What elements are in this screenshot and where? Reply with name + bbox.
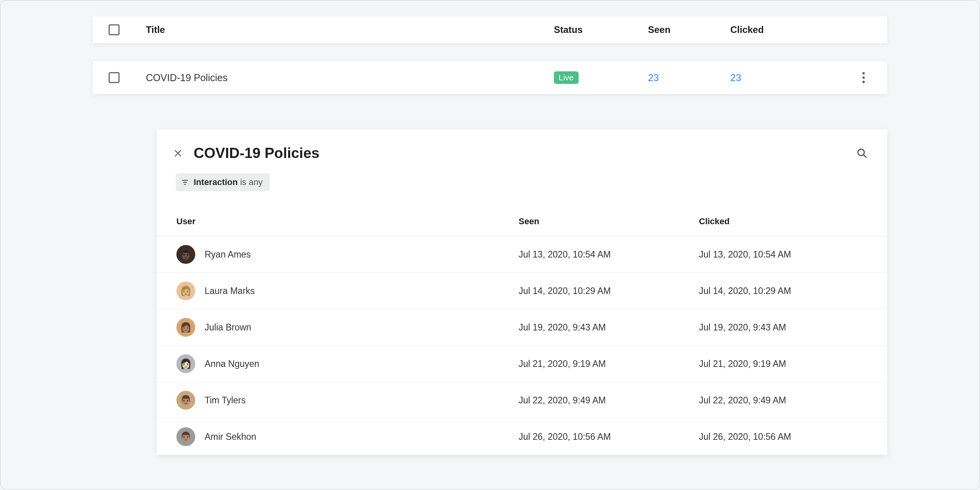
avatar: 👩🏽: [176, 318, 195, 337]
close-icon: [173, 149, 183, 158]
clicked-cell: Jul 22, 2020, 9:49 AM: [699, 395, 867, 406]
detail-row[interactable]: 👩🏽Julia BrownJul 19, 2020, 9:43 AMJul 19…: [157, 309, 887, 346]
header-seen: Seen: [648, 24, 730, 35]
detail-row[interactable]: 👨🏽Amir SekhonJul 26, 2020, 10:56 AMJul 2…: [157, 419, 887, 455]
clicked-count-link[interactable]: 23: [730, 72, 741, 83]
header-clicked: Clicked: [730, 24, 856, 35]
filter-value: is any: [240, 177, 262, 187]
header-status: Status: [554, 24, 648, 35]
detail-header-clicked: Clicked: [699, 216, 867, 227]
filter-chip[interactable]: Interaction is any: [176, 173, 270, 191]
row-more-button[interactable]: [858, 73, 869, 83]
header-title: Title: [146, 24, 554, 35]
filter-icon: [181, 178, 189, 186]
seen-cell: Jul 21, 2020, 9:19 AM: [519, 359, 699, 369]
seen-cell: Jul 19, 2020, 9:43 AM: [519, 322, 699, 333]
seen-cell: Jul 14, 2020, 10:29 AM: [519, 286, 699, 296]
clicked-cell: Jul 13, 2020, 10:54 AM: [699, 249, 867, 260]
user-name: Laura Marks: [205, 286, 255, 296]
user-name: Amir Sekhon: [205, 432, 256, 442]
clicked-cell: Jul 26, 2020, 10:56 AM: [699, 432, 867, 442]
filter-label: Interaction: [194, 177, 238, 187]
detail-row[interactable]: 👨🏿Ryan AmesJul 13, 2020, 10:54 AMJul 13,…: [157, 236, 887, 273]
row-checkbox[interactable]: [109, 72, 120, 83]
list-row[interactable]: COVID-19 Policies Live 23 23: [93, 61, 887, 94]
user-cell: 👨🏽Amir Sekhon: [176, 427, 519, 446]
seen-cell: Jul 26, 2020, 10:56 AM: [519, 432, 699, 442]
detail-header-seen: Seen: [519, 216, 699, 227]
user-cell: 👨🏽Tim Tylers: [176, 391, 519, 410]
search-icon: [857, 148, 867, 159]
detail-row[interactable]: 👨🏽Tim TylersJul 22, 2020, 9:49 AMJul 22,…: [157, 382, 887, 419]
detail-title: COVID-19 Policies: [194, 145, 857, 162]
detail-row[interactable]: 👩🏻Anna NguyenJul 21, 2020, 9:19 AMJul 21…: [157, 346, 887, 382]
detail-header: COVID-19 Policies: [157, 129, 887, 173]
user-cell: 👩🏻Anna Nguyen: [176, 354, 519, 373]
seen-cell: Jul 22, 2020, 9:49 AM: [519, 395, 699, 406]
detail-header-user: User: [176, 216, 519, 227]
svg-line-1: [864, 155, 866, 157]
avatar: 👨🏿: [176, 245, 195, 264]
select-all-checkbox[interactable]: [109, 24, 120, 35]
user-name: Tim Tylers: [205, 395, 246, 406]
row-title: COVID-19 Policies: [146, 72, 554, 83]
user-name: Julia Brown: [205, 322, 251, 333]
detail-table-header: User Seen Clicked: [157, 211, 887, 236]
close-button[interactable]: [173, 149, 183, 158]
more-vertical-icon: [862, 76, 865, 79]
avatar: 👨🏽: [176, 391, 195, 410]
user-name: Ryan Ames: [205, 249, 251, 260]
seen-count-link[interactable]: 23: [648, 72, 659, 83]
user-name: Anna Nguyen: [205, 359, 259, 369]
seen-cell: Jul 13, 2020, 10:54 AM: [519, 249, 699, 260]
clicked-cell: Jul 14, 2020, 10:29 AM: [699, 286, 867, 296]
user-cell: 👨🏿Ryan Ames: [176, 245, 519, 264]
user-cell: 👩🏽Julia Brown: [176, 318, 519, 337]
search-button[interactable]: [857, 148, 867, 159]
user-cell: 👩🏼Laura Marks: [176, 281, 519, 300]
avatar: 👩🏻: [176, 354, 195, 373]
list-header: Title Status Seen Clicked: [93, 16, 887, 43]
detail-row[interactable]: 👩🏼Laura MarksJul 14, 2020, 10:29 AMJul 1…: [157, 273, 887, 309]
detail-panel: COVID-19 Policies Interaction is any Use…: [157, 129, 887, 455]
status-badge: Live: [554, 71, 579, 84]
avatar: 👨🏽: [176, 427, 195, 446]
clicked-cell: Jul 21, 2020, 9:19 AM: [699, 359, 867, 369]
avatar: 👩🏼: [176, 281, 195, 300]
clicked-cell: Jul 19, 2020, 9:43 AM: [699, 322, 867, 333]
